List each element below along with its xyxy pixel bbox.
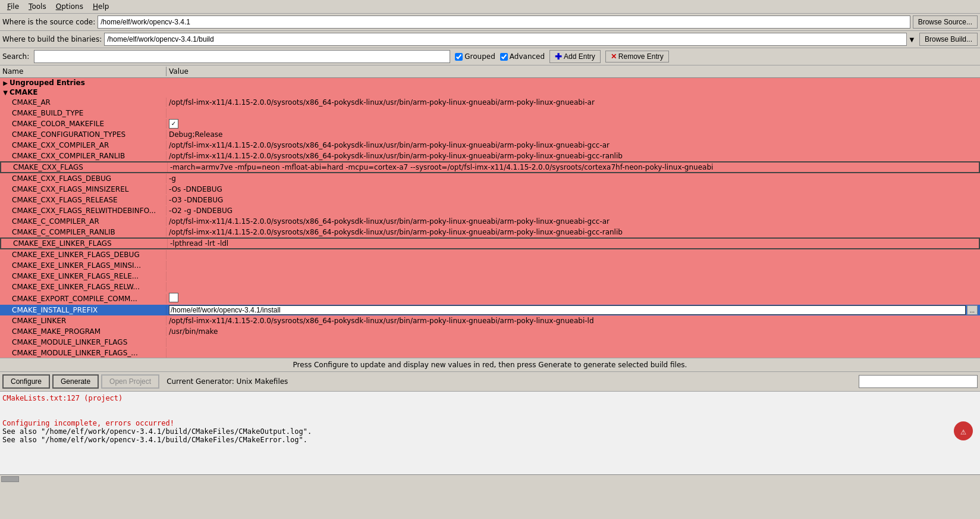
menu-tools[interactable]: Tools	[24, 1, 51, 12]
table-row-install-prefix[interactable]: CMAKE_INSTALL_PREFIX ...	[0, 305, 980, 315]
table-row[interactable]: CMAKE_EXE_LINKER_FLAGS_DEBUG	[0, 249, 980, 260]
build-row: Where to build the binaries: ▼ Browse Bu…	[0, 31, 980, 48]
table-row[interactable]: CMAKE_CXX_FLAGS_MINSIZEREL -Os -DNDEBUG	[0, 184, 980, 195]
remove-entry-btn[interactable]: ✕ Remove Entry	[605, 51, 669, 62]
search-label: Search:	[2, 52, 29, 61]
table-row[interactable]: CMAKE_C_COMPILER_AR /opt/fsl-imx-x11/4.1…	[0, 216, 980, 227]
cell-name: CMAKE_EXE_LINKER_FLAGS_MINSI...	[0, 261, 167, 270]
generate-btn[interactable]: Generate	[52, 374, 99, 389]
menu-file[interactable]: File	[2, 1, 24, 12]
table-row[interactable]: CMAKE_EXPORT_COMPILE_COMM...	[0, 292, 980, 305]
cell-name: CMAKE_CXX_FLAGS_RELEASE	[0, 195, 167, 205]
cell-value	[167, 276, 980, 277]
table-row[interactable]: CMAKE_CXX_FLAGS -march=armv7ve -mfpu=neo…	[0, 161, 980, 173]
cell-value	[167, 265, 980, 266]
table-row[interactable]: CMAKE_MODULE_LINKER_FLAGS_...	[0, 348, 980, 358]
browse-source-btn[interactable]: Browse Source...	[913, 15, 978, 29]
table-row[interactable]: CMAKE_EXE_LINKER_FLAGS_RELW...	[0, 282, 980, 292]
cell-value: -g	[167, 174, 980, 183]
scrollbar-horizontal[interactable]	[0, 474, 980, 483]
group-toggle-cmake[interactable]: ▼	[1, 89, 10, 96]
build-input[interactable]	[104, 33, 917, 46]
cell-name: CMAKE_EXPORT_COMPILE_COMM...	[0, 294, 167, 304]
cell-value: -Os -DNDEBUG	[167, 185, 980, 194]
log-area: CMakeLists.txt:127 (project) Configuring…	[0, 391, 980, 474]
cell-name: CMAKE_EXE_LINKER_FLAGS	[1, 239, 168, 248]
cell-name: CMAKE_CXX_FLAGS_RELWITHDEBINFO...	[0, 206, 167, 215]
menu-bar: File Tools Options Help	[0, 0, 980, 14]
cell-value: /opt/fsl-imx-x11/4.1.15-2.0.0/sysroots/x…	[167, 140, 980, 150]
group-ungrouped[interactable]: ▶ Ungrouped Entries	[0, 78, 980, 87]
cell-name: CMAKE_CONFIGURATION_TYPES	[0, 130, 167, 139]
cell-value: /opt/fsl-imx-x11/4.1.15-2.0.0/sysroots/x…	[167, 98, 980, 107]
advanced-checkbox[interactable]	[500, 53, 508, 61]
search-input[interactable]	[34, 50, 450, 63]
menu-options[interactable]: Options	[51, 1, 88, 12]
advanced-checkbox-label[interactable]: Advanced	[500, 52, 545, 61]
col-name-header: Name	[0, 67, 167, 76]
log-line-3	[2, 411, 978, 419]
add-entry-btn[interactable]: ✚ Add Entry	[549, 50, 601, 63]
table-row[interactable]: CMAKE_CXX_FLAGS_RELWITHDEBINFO... -O2 -g…	[0, 205, 980, 216]
cell-value[interactable]	[167, 118, 980, 129]
cell-name: CMAKE_EXE_LINKER_FLAGS_RELW...	[0, 282, 167, 292]
group-label-cmake: CMAKE	[10, 88, 38, 96]
cell-value	[167, 342, 980, 343]
grouped-checkbox-label[interactable]: Grouped	[455, 52, 495, 61]
install-prefix-browse[interactable]: ...	[967, 305, 978, 315]
table-row[interactable]: CMAKE_C_COMPILER_RANLIB /opt/fsl-imx-x11…	[0, 227, 980, 237]
cell-name: CMAKE_CXX_COMPILER_RANLIB	[0, 151, 167, 161]
install-prefix-input[interactable]	[169, 305, 966, 315]
grouped-checkbox[interactable]	[455, 53, 463, 61]
grouped-label: Grouped	[464, 52, 495, 61]
cell-value: -lpthread -lrt -ldl	[168, 239, 979, 248]
cell-value: /opt/fsl-imx-x11/4.1.15-2.0.0/sysroots/x…	[167, 227, 980, 237]
table-row[interactable]: CMAKE_CONFIGURATION_TYPES Debug;Release	[0, 129, 980, 140]
table-row[interactable]: CMAKE_MAKE_PROGRAM /usr/bin/make	[0, 326, 980, 337]
cell-value: /opt/fsl-imx-x11/4.1.15-2.0.0/sysroots/x…	[167, 151, 980, 161]
table-row[interactable]: CMAKE_BUILD_TYPE	[0, 108, 980, 118]
build-dropdown-icon[interactable]: ▼	[906, 33, 917, 46]
table-row[interactable]: CMAKE_CXX_COMPILER_RANLIB /opt/fsl-imx-x…	[0, 151, 980, 161]
cell-name: CMAKE_C_COMPILER_RANLIB	[0, 227, 167, 237]
table-row[interactable]: CMAKE_EXE_LINKER_FLAGS_MINSI...	[0, 260, 980, 271]
configure-btn[interactable]: Configure	[2, 374, 50, 389]
source-input[interactable]	[98, 15, 910, 29]
generator-label: Current Generator: Unix Makefiles	[167, 377, 288, 386]
log-warning-icon[interactable]	[954, 421, 973, 440]
table-header: Name Value	[0, 65, 980, 78]
table-row[interactable]: CMAKE_AR /opt/fsl-imx-x11/4.1.15-2.0.0/s…	[0, 97, 980, 108]
bottom-search-input[interactable]	[859, 375, 978, 388]
table-row[interactable]: CMAKE_COLOR_MAKEFILE	[0, 118, 980, 129]
cell-name: CMAKE_MAKE_PROGRAM	[0, 327, 167, 336]
cell-value[interactable]	[167, 292, 980, 305]
table-row[interactable]: CMAKE_MODULE_LINKER_FLAGS	[0, 337, 980, 348]
open-project-btn[interactable]: Open Project	[101, 374, 159, 389]
group-toggle-ungrouped[interactable]: ▶	[1, 80, 10, 86]
log-line-1: CMakeLists.txt:127 (project)	[2, 394, 978, 402]
table-body[interactable]: ▶ Ungrouped Entries ▼ CMAKE CMAKE_AR /op…	[0, 78, 980, 358]
checkbox-export[interactable]	[169, 293, 178, 302]
browse-build-btn[interactable]: Browse Build...	[919, 33, 978, 46]
remove-x-icon: ✕	[611, 52, 617, 61]
cell-value-install-prefix[interactable]: ...	[167, 305, 980, 315]
source-row: Where is the source code: Browse Source.…	[0, 14, 980, 31]
cell-value: -O2 -g -DNDEBUG	[167, 206, 980, 215]
bottom-toolbar: Configure Generate Open Project Current …	[0, 371, 980, 391]
cell-name: CMAKE_CXX_COMPILER_AR	[0, 140, 167, 150]
col-value-header: Value	[167, 67, 980, 76]
table-row[interactable]: CMAKE_CXX_COMPILER_AR /opt/fsl-imx-x11/4…	[0, 140, 980, 151]
table-row[interactable]: CMAKE_LINKER /opt/fsl-imx-x11/4.1.15-2.0…	[0, 315, 980, 326]
table-row[interactable]: CMAKE_EXE_LINKER_FLAGS_RELE...	[0, 271, 980, 282]
menu-help[interactable]: Help	[88, 1, 114, 12]
cell-value	[167, 352, 980, 354]
table-row[interactable]: CMAKE_CXX_FLAGS_RELEASE -O3 -DNDEBUG	[0, 195, 980, 205]
group-label-ungrouped: Ungrouped Entries	[10, 79, 85, 87]
cell-name: CMAKE_BUILD_TYPE	[0, 108, 167, 118]
table-row[interactable]: CMAKE_EXE_LINKER_FLAGS -lpthread -lrt -l…	[0, 237, 980, 249]
checkbox-color-makefile[interactable]	[169, 119, 178, 129]
table-row[interactable]: CMAKE_CXX_FLAGS_DEBUG -g	[0, 173, 980, 184]
cell-name: CMAKE_EXE_LINKER_FLAGS_DEBUG	[0, 250, 167, 260]
cell-value	[167, 286, 980, 287]
group-cmake[interactable]: ▼ CMAKE	[0, 87, 980, 97]
